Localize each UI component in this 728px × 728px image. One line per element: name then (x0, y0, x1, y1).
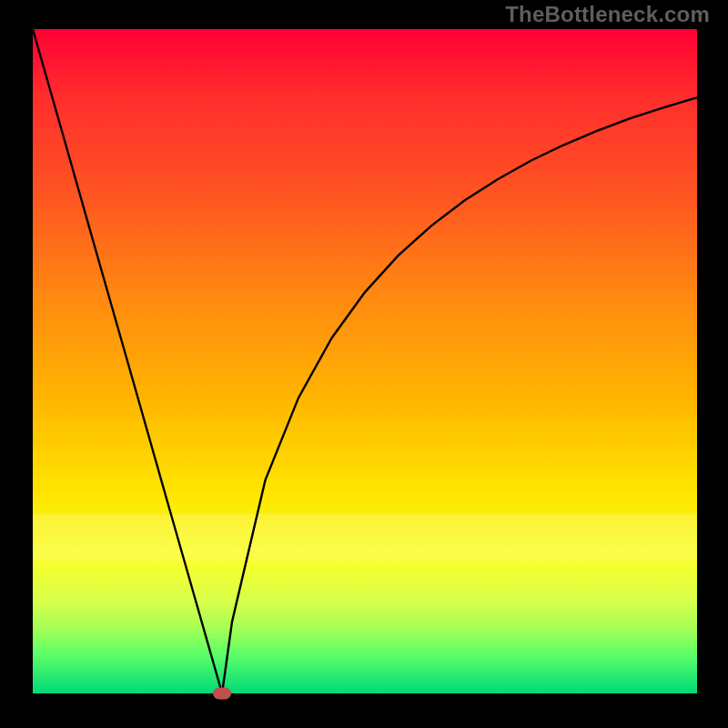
watermark-text: TheBottleneck.com (505, 2, 710, 27)
chart-lines-layer (33, 29, 697, 693)
minimum-marker (213, 688, 231, 700)
chart-frame: TheBottleneck.com (0, 0, 728, 728)
curve-right-branch (222, 97, 697, 693)
curve-left-branch (33, 29, 222, 693)
